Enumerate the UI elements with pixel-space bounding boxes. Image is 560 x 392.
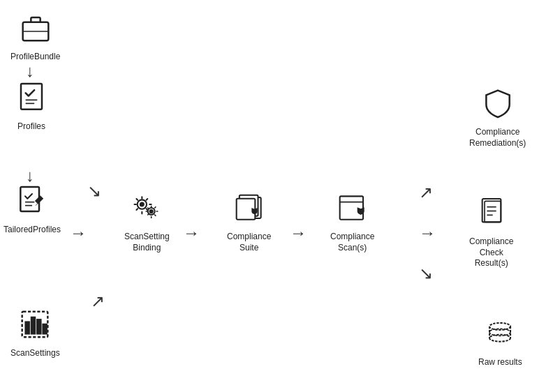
arrow-diag-down-from-profiles: ↘ bbox=[87, 181, 101, 201]
svg-point-28 bbox=[489, 323, 510, 330]
compliance-remediation-label: Compliance Remediation(s) bbox=[469, 127, 526, 149]
raw-results-label: Raw results bbox=[478, 357, 522, 368]
profile-bundle-icon bbox=[15, 7, 57, 49]
tailored-profiles-label: TailoredProfiles bbox=[3, 225, 61, 236]
profiles-label: Profiles bbox=[17, 121, 45, 133]
svg-point-15 bbox=[140, 203, 144, 206]
compliance-suite-icon bbox=[228, 187, 270, 229]
svg-rect-10 bbox=[26, 322, 29, 334]
svg-rect-5 bbox=[20, 187, 39, 211]
arrow-diag-up-to-remediation: ↗ bbox=[419, 183, 433, 202]
arrow-right-4: → bbox=[419, 223, 436, 243]
node-raw-results: Raw results bbox=[478, 312, 522, 368]
profile-bundle-label: ProfileBundle bbox=[10, 52, 60, 63]
svg-rect-24 bbox=[485, 201, 501, 222]
svg-rect-11 bbox=[31, 317, 35, 333]
svg-rect-2 bbox=[21, 84, 42, 110]
node-compliance-scan: Compliance Scan(s) bbox=[330, 187, 374, 253]
node-scan-settings: ScanSettings bbox=[10, 303, 60, 359]
svg-point-17 bbox=[150, 210, 153, 213]
node-compliance-suite: Compliance Suite bbox=[227, 187, 271, 253]
arrow-right-3: → bbox=[290, 223, 307, 243]
profiles-icon bbox=[10, 77, 52, 119]
compliance-check-result-label: Compliance Check Result(s) bbox=[469, 236, 513, 269]
scan-settings-label: ScanSettings bbox=[10, 348, 60, 359]
arrow-right-1: → bbox=[70, 223, 87, 243]
compliance-remediation-icon bbox=[477, 82, 519, 124]
scan-setting-binding-label: ScanSetting Binding bbox=[124, 232, 170, 253]
node-profiles: Profiles bbox=[10, 77, 52, 133]
raw-results-icon bbox=[479, 312, 521, 354]
svg-rect-13 bbox=[43, 324, 47, 333]
node-profile-bundle: ProfileBundle bbox=[10, 7, 60, 63]
compliance-scan-icon bbox=[332, 187, 374, 229]
scan-settings-icon bbox=[14, 303, 56, 345]
arrow-diag-down-to-raw: ↘ bbox=[419, 264, 433, 283]
compliance-suite-label: Compliance Suite bbox=[227, 232, 271, 253]
node-tailored-profiles: TailoredProfiles bbox=[3, 180, 61, 236]
tailored-profiles-icon bbox=[11, 180, 53, 222]
svg-rect-12 bbox=[38, 319, 41, 333]
diagram: ProfileBundle ↓ Profiles ↓ bbox=[0, 0, 560, 392]
compliance-check-result-icon bbox=[471, 192, 513, 234]
scan-setting-binding-icon bbox=[126, 187, 168, 229]
node-scan-setting-binding: ScanSetting Binding bbox=[124, 187, 170, 253]
arrow-right-2: → bbox=[183, 223, 200, 243]
compliance-scan-label: Compliance Scan(s) bbox=[330, 232, 374, 253]
node-compliance-check-result: Compliance Check Result(s) bbox=[469, 192, 513, 269]
node-compliance-remediation: Compliance Remediation(s) bbox=[469, 82, 526, 149]
svg-rect-21 bbox=[339, 196, 362, 219]
arrow-diag-up-from-scan: ↗ bbox=[91, 292, 105, 311]
